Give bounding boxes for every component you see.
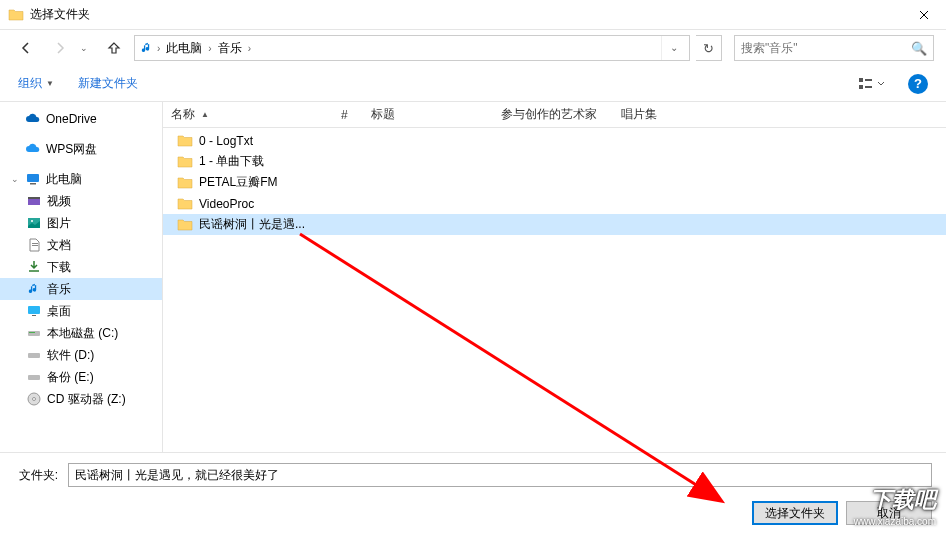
navbar: ⌄ › 此电脑 › 音乐 › ⌄ ↻ 🔍 [0,30,946,66]
tree-drive-d[interactable]: 软件 (D:) [0,344,162,366]
tree-label: 文档 [47,237,71,254]
desktop-icon [26,303,42,319]
search-box[interactable]: 🔍 [734,35,934,61]
tree-pictures[interactable]: 图片 [0,212,162,234]
new-folder-label: 新建文件夹 [78,75,138,92]
breadcrumb-thispc[interactable]: 此电脑 [162,40,206,57]
music-icon [26,281,42,297]
tree-thispc[interactable]: ⌄ 此电脑 [0,168,162,190]
svg-rect-14 [28,331,40,336]
svg-rect-7 [28,197,40,199]
file-name: PETAL豆瓣FM [199,174,277,191]
file-row[interactable]: 0 - LogTxt [163,130,946,151]
new-folder-button[interactable]: 新建文件夹 [78,75,138,92]
tree-label: 本地磁盘 (C:) [47,325,118,342]
forward-button[interactable] [46,34,74,62]
file-row[interactable]: PETAL豆瓣FM [163,172,946,193]
video-icon [26,193,42,209]
folder-icon [8,7,24,23]
sort-asc-icon: ▲ [201,110,209,119]
help-button[interactable]: ? [908,74,928,94]
body-area: OneDrive WPS网盘 ⌄ 此电脑 视频 图片 文档 下载 [0,102,946,452]
breadcrumb-music[interactable]: 音乐 [214,40,246,57]
address-dropdown[interactable]: ⌄ [661,36,685,60]
tree-label: 备份 (E:) [47,369,94,386]
search-input[interactable] [741,41,911,55]
drive-icon [26,347,42,363]
column-headers: 名称 ▲ # 标题 参与创作的艺术家 唱片集 [163,102,946,128]
svg-point-9 [31,220,33,222]
watermark-url: www.xiazaiba.com [854,516,936,527]
history-dropdown[interactable]: ⌄ [80,43,94,53]
drive-icon [26,325,42,341]
tree-desktop[interactable]: 桌面 [0,300,162,322]
file-pane: 名称 ▲ # 标题 参与创作的艺术家 唱片集 0 - LogTxt 1 - 单曲… [163,102,946,452]
svg-rect-13 [32,315,36,316]
column-title[interactable]: 标题 [363,106,493,123]
bottom-panel: 文件夹: 选择文件夹 取消 [0,452,946,533]
tree-label: 下载 [47,259,71,276]
drive-icon [26,369,42,385]
svg-rect-10 [32,243,38,244]
toolbar: 组织 ▼ 新建文件夹 ? [0,66,946,102]
column-name[interactable]: 名称 ▲ [163,106,333,123]
file-name: VideoProc [199,197,254,211]
svg-rect-4 [27,174,39,182]
svg-rect-11 [32,245,38,246]
tree-video[interactable]: 视频 [0,190,162,212]
tree-label: 图片 [47,215,71,232]
folder-input[interactable] [68,463,932,487]
computer-icon [25,171,41,187]
column-album[interactable]: 唱片集 [613,106,946,123]
column-num[interactable]: # [333,108,363,122]
tree-label: 软件 (D:) [47,347,94,364]
folder-label: 文件夹: [14,467,58,484]
chevron-right-icon: › [155,43,162,54]
column-artist[interactable]: 参与创作的艺术家 [493,106,613,123]
svg-rect-12 [28,306,40,314]
up-button[interactable] [100,34,128,62]
cd-icon [26,391,42,407]
titlebar: 选择文件夹 [0,0,946,30]
documents-icon [26,237,42,253]
tree-drive-e[interactable]: 备份 (E:) [0,366,162,388]
watermark: 下载吧 [870,485,936,515]
tree-music[interactable]: 音乐 [0,278,162,300]
tree-drive-c[interactable]: 本地磁盘 (C:) [0,322,162,344]
music-icon [139,40,155,56]
chevron-down-icon: ⌄ [10,174,20,184]
chevron-right-icon: › [206,43,213,54]
svg-rect-1 [859,85,863,89]
window-title: 选择文件夹 [30,6,902,23]
tree-cd-drive[interactable]: CD 驱动器 (Z:) [0,388,162,410]
file-row[interactable]: VideoProc [163,193,946,214]
organize-label: 组织 [18,75,42,92]
file-name: 0 - LogTxt [199,134,253,148]
tree-documents[interactable]: 文档 [0,234,162,256]
address-bar[interactable]: › 此电脑 › 音乐 › ⌄ [134,35,690,61]
tree-label: CD 驱动器 (Z:) [47,391,126,408]
close-button[interactable] [902,0,946,30]
refresh-button[interactable]: ↻ [696,35,722,61]
select-folder-button[interactable]: 选择文件夹 [752,501,838,525]
tree-downloads[interactable]: 下载 [0,256,162,278]
pictures-icon [26,215,42,231]
file-row-selected[interactable]: 民谣树洞丨光是遇... [163,214,946,235]
file-row[interactable]: 1 - 单曲下载 [163,151,946,172]
svg-rect-17 [28,375,40,380]
organize-menu[interactable]: 组织 ▼ [18,75,54,92]
svg-rect-3 [865,86,872,88]
svg-rect-16 [28,353,40,358]
svg-point-19 [33,398,36,401]
tree-wps[interactable]: WPS网盘 [0,138,162,160]
back-button[interactable] [12,34,40,62]
nav-tree: OneDrive WPS网盘 ⌄ 此电脑 视频 图片 文档 下载 [0,102,163,452]
view-options[interactable] [858,76,884,92]
tree-label: 桌面 [47,303,71,320]
tree-onedrive[interactable]: OneDrive [0,108,162,130]
svg-rect-15 [29,332,35,333]
downloads-icon [26,259,42,275]
cloud-icon [25,111,41,127]
search-icon[interactable]: 🔍 [911,41,927,56]
chevron-down-icon: ▼ [46,79,54,88]
